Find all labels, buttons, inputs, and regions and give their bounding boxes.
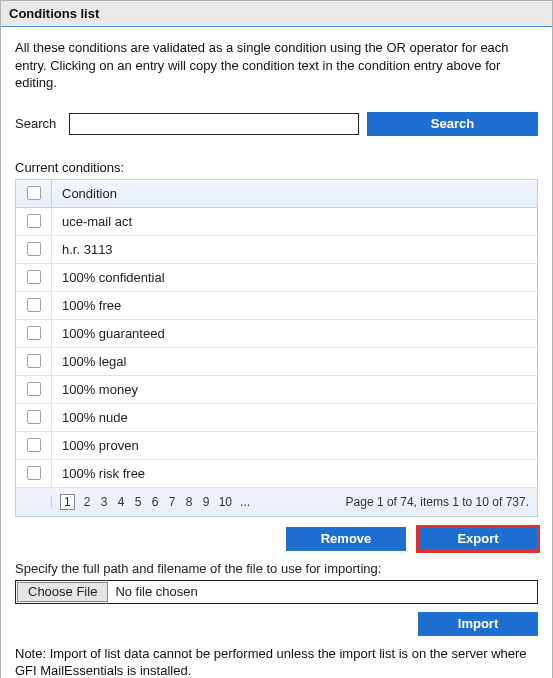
table-row[interactable]: 100% risk free [16,460,537,488]
condition-cell: 100% nude [52,410,537,425]
choose-file-button[interactable]: Choose File [17,582,108,602]
condition-cell: 100% legal [52,354,537,369]
pager-more[interactable]: ... [240,495,250,509]
condition-cell: uce-mail act [52,214,537,229]
row-checkbox-cell[interactable] [16,292,52,319]
checkbox-icon [27,354,41,368]
checkbox-icon [27,214,41,228]
checkbox-icon [27,382,41,396]
pager-status: Page 1 of 74, items 1 to 10 of 737. [346,495,529,509]
checkbox-icon [27,326,41,340]
condition-cell: 100% money [52,382,537,397]
checkbox-icon [27,242,41,256]
row-checkbox-cell[interactable] [16,348,52,375]
table-header-row: Condition [16,180,537,208]
condition-cell: 100% risk free [52,466,537,481]
column-header-condition[interactable]: Condition [52,180,537,207]
export-button[interactable]: Export [418,527,538,551]
row-checkbox-cell[interactable] [16,236,52,263]
pager-page[interactable]: 1 [60,494,75,510]
row-checkbox-cell[interactable] [16,208,52,235]
file-chosen-text: No file chosen [109,581,537,603]
pager-page[interactable]: 5 [134,495,143,509]
panel-title: Conditions list [1,1,552,27]
current-conditions-label: Current conditions: [15,160,538,175]
search-label: Search [15,116,61,131]
table-body: uce-mail acth.r. 3113100% confidential10… [16,208,537,488]
search-button[interactable]: Search [367,112,538,136]
search-input[interactable] [69,113,359,135]
row-checkbox-cell[interactable] [16,404,52,431]
conditions-table: Condition uce-mail acth.r. 3113100% conf… [15,179,538,488]
table-row[interactable]: 100% free [16,292,537,320]
pager-page[interactable]: 3 [100,495,109,509]
table-row[interactable]: 100% money [16,376,537,404]
pager-spacer [16,496,52,508]
row-checkbox-cell[interactable] [16,432,52,459]
table-row[interactable]: 100% legal [16,348,537,376]
pager-pages: 12345678910... [60,494,250,510]
intro-text: All these conditions are validated as a … [15,39,538,92]
checkbox-icon [27,438,41,452]
file-chooser: Choose File No file chosen [15,580,538,604]
condition-cell: 100% free [52,298,537,313]
row-checkbox-cell[interactable] [16,460,52,487]
condition-cell: 100% proven [52,438,537,453]
pager-page[interactable]: 8 [185,495,194,509]
checkbox-icon [27,466,41,480]
pager-row: 12345678910... Page 1 of 74, items 1 to … [15,488,538,517]
conditions-panel: Conditions list All these conditions are… [0,0,553,678]
import-row: Import [15,612,538,636]
checkbox-icon [27,186,41,200]
checkbox-icon [27,410,41,424]
pager-page[interactable]: 9 [202,495,211,509]
pager-page[interactable]: 2 [83,495,92,509]
table-row[interactable]: uce-mail act [16,208,537,236]
action-row: Remove Export [15,527,538,551]
table-row[interactable]: 100% nude [16,404,537,432]
checkbox-icon [27,270,41,284]
import-button[interactable]: Import [418,612,538,636]
condition-cell: h.r. 3113 [52,242,537,257]
panel-body: All these conditions are validated as a … [1,27,552,678]
remove-button[interactable]: Remove [286,527,406,551]
pager-page[interactable]: 6 [151,495,160,509]
condition-cell: 100% confidential [52,270,537,285]
row-checkbox-cell[interactable] [16,264,52,291]
condition-cell: 100% guaranteed [52,326,537,341]
import-note: Note: Import of list data cannot be perf… [15,646,538,678]
pager-page[interactable]: 7 [168,495,177,509]
table-row[interactable]: 100% guaranteed [16,320,537,348]
table-row[interactable]: 100% confidential [16,264,537,292]
row-checkbox-cell[interactable] [16,376,52,403]
row-checkbox-cell[interactable] [16,320,52,347]
table-row[interactable]: 100% proven [16,432,537,460]
pager-page[interactable]: 4 [117,495,126,509]
import-label: Specify the full path and filename of th… [15,561,538,576]
select-all-cell[interactable] [16,180,52,207]
pager-page[interactable]: 10 [219,495,232,509]
search-row: Search Search [15,112,538,136]
table-row[interactable]: h.r. 3113 [16,236,537,264]
checkbox-icon [27,298,41,312]
